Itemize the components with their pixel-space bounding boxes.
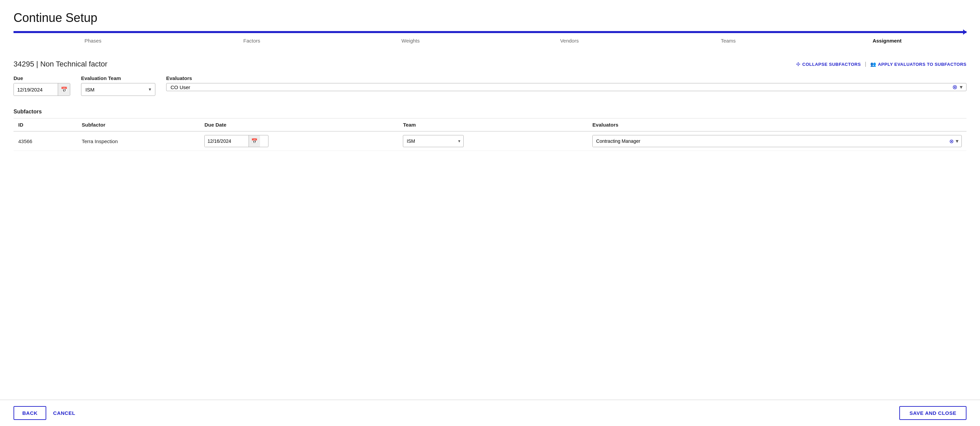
col-due-date: Due Date xyxy=(200,119,398,132)
apply-evaluators-link[interactable]: 👥 APPLY EVALUATORS TO SUBFACTORS xyxy=(870,62,966,67)
evaluation-team-select-wrapper: ISM ▼ xyxy=(81,83,155,96)
evaluation-team-label: Evaluation Team xyxy=(81,75,155,81)
row-team-select-wrapper: ISM ▼ xyxy=(403,135,464,147)
row-team-cell: ISM ▼ xyxy=(398,131,588,151)
col-subfactor: Subfactor xyxy=(77,119,200,132)
due-date-input[interactable] xyxy=(14,83,58,95)
calendar-icon: 📅 xyxy=(61,86,68,93)
col-team: Team xyxy=(398,119,588,132)
collapse-label: COLLAPSE SUBFACTORS xyxy=(802,62,861,67)
evaluators-dropdown-button[interactable]: ▼ xyxy=(959,84,964,90)
progress-bar-arrow xyxy=(963,29,966,35)
row-evaluators-input[interactable] xyxy=(593,135,949,147)
due-calendar-button[interactable]: 📅 xyxy=(58,83,70,95)
section-name: Non Technical factor xyxy=(40,60,107,68)
apply-label: APPLY EVALUATORS TO SUBFACTORS xyxy=(878,62,966,67)
evaluators-clear-button[interactable]: ⊗ xyxy=(952,83,958,91)
section-separator: | xyxy=(36,60,40,68)
progress-bar xyxy=(14,31,966,33)
dropdown-arrow-icon: ▼ xyxy=(959,84,964,90)
evaluation-team-select[interactable]: ISM xyxy=(81,83,155,96)
due-field-group: Due 📅 xyxy=(14,75,70,96)
row-circle-x-icon: ⊗ xyxy=(949,138,954,145)
col-id: ID xyxy=(14,119,77,132)
back-button[interactable]: BACK xyxy=(14,406,46,420)
row-due-date-input[interactable] xyxy=(205,135,248,147)
row-due-date-wrapper: 📅 xyxy=(204,135,269,147)
section-id: 34295 xyxy=(14,60,34,68)
row-calendar-icon: 📅 xyxy=(251,138,258,144)
due-date-input-wrapper: 📅 xyxy=(14,83,70,96)
due-label: Due xyxy=(14,75,70,81)
row-calendar-button[interactable]: 📅 xyxy=(248,135,260,147)
progress-bar-fill xyxy=(14,31,966,33)
row-evaluators-cell: ⊗ ▼ xyxy=(588,131,966,151)
table-row: 43566 Terra Inspection 📅 xyxy=(14,131,966,151)
evaluation-team-group: Evaluation Team ISM ▼ xyxy=(81,75,155,96)
collapse-subfactors-link[interactable]: ⊹ COLLAPSE SUBFACTORS xyxy=(796,61,861,67)
main-form: Due 📅 Evaluation Team ISM ▼ Evaluators xyxy=(14,75,966,96)
footer-left: BACK CANCEL xyxy=(14,406,75,420)
evaluators-group: Evaluators ⊗ ▼ xyxy=(166,75,966,91)
subfactors-header-row: ID Subfactor Due Date Team Evaluators xyxy=(14,119,966,132)
step-teams[interactable]: Teams xyxy=(649,38,807,43)
row-evaluators-dropdown-button[interactable]: ▼ xyxy=(955,138,959,144)
section-title: 34295 | Non Technical factor xyxy=(14,60,107,68)
row-evaluators-clear-button[interactable]: ⊗ xyxy=(949,138,954,145)
row-eval-icons: ⊗ ▼ xyxy=(949,138,961,145)
row-subfactor: Terra Inspection xyxy=(77,131,200,151)
evaluators-input[interactable] xyxy=(167,84,952,90)
step-assignment[interactable]: Assignment xyxy=(808,38,966,43)
save-and-close-button[interactable]: SAVE AND CLOSE xyxy=(899,406,966,420)
collapse-icon: ⊹ xyxy=(796,61,801,67)
col-evaluators: Evaluators xyxy=(588,119,966,132)
row-team-select[interactable]: ISM xyxy=(403,135,464,147)
step-vendors[interactable]: Vendors xyxy=(490,38,649,43)
evaluators-icons: ⊗ ▼ xyxy=(952,83,966,91)
evaluators-input-wrapper: ⊗ ▼ xyxy=(166,83,966,91)
step-phases[interactable]: Phases xyxy=(14,38,172,43)
subfactors-title: Subfactors xyxy=(14,109,966,115)
row-evaluators-wrapper: ⊗ ▼ xyxy=(592,135,962,147)
step-factors[interactable]: Factors xyxy=(172,38,331,43)
evaluators-label: Evaluators xyxy=(166,75,966,81)
steps-nav: Phases Factors Weights Vendors Teams Ass… xyxy=(14,33,966,52)
row-id: 43566 xyxy=(14,131,77,151)
page-title: Continue Setup xyxy=(14,11,966,25)
row-due-date-cell: 📅 xyxy=(200,131,398,151)
action-divider: | xyxy=(865,61,866,67)
footer-bar: BACK CANCEL SAVE AND CLOSE xyxy=(0,400,980,426)
step-weights[interactable]: Weights xyxy=(331,38,490,43)
circle-x-icon: ⊗ xyxy=(952,83,958,91)
section-actions: ⊹ COLLAPSE SUBFACTORS | 👥 APPLY EVALUATO… xyxy=(796,61,966,67)
people-icon: 👥 xyxy=(870,62,876,67)
subfactors-section: Subfactors ID Subfactor Due Date Team Ev… xyxy=(14,109,966,151)
cancel-button[interactable]: CANCEL xyxy=(53,410,75,416)
subfactors-table: ID Subfactor Due Date Team Evaluators 43… xyxy=(14,118,966,151)
row-dropdown-arrow-icon: ▼ xyxy=(955,138,959,144)
section-header: 34295 | Non Technical factor ⊹ COLLAPSE … xyxy=(14,60,966,68)
